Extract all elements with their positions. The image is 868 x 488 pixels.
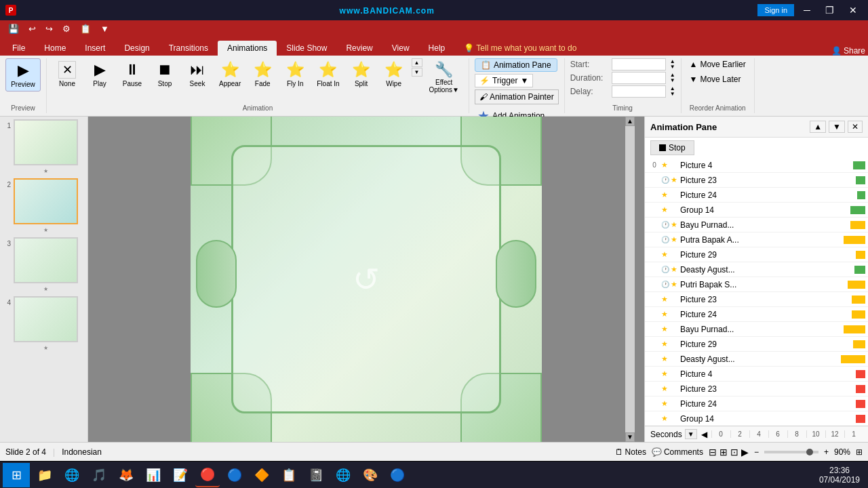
fade-button[interactable]: ⭐ Fade: [248, 58, 277, 90]
animation-list-item[interactable]: ★Picture 23: [645, 382, 868, 396]
tab-view[interactable]: View: [382, 41, 419, 56]
duration-input[interactable]: [612, 72, 666, 84]
floatin-button[interactable]: ⭐ Float In: [313, 58, 343, 90]
animation-list-item[interactable]: ★Deasty Agust...: [645, 352, 868, 367]
taskbar-edge[interactable]: 🌐: [331, 463, 355, 487]
move-earlier-button[interactable]: ▲ Move Earlier: [687, 58, 749, 70]
move-later-button[interactable]: ▼ Move Later: [687, 73, 744, 85]
comments-button[interactable]: 💬 Comments: [652, 447, 703, 457]
tab-animations[interactable]: Animations: [218, 41, 277, 56]
pane-close-btn[interactable]: ✕: [848, 121, 863, 133]
notes-button[interactable]: 🗒 Notes: [615, 447, 646, 457]
start-down-arrow[interactable]: ▼: [670, 64, 675, 70]
qa-customise[interactable]: ⚙: [60, 22, 73, 35]
animation-list-item[interactable]: 🕐★Putra Bapak A...: [645, 232, 868, 247]
split-button[interactable]: ⭐ Split: [347, 58, 376, 90]
anim-scroll-up[interactable]: ▲: [412, 58, 422, 67]
qa-save[interactable]: 💾: [5, 22, 22, 35]
tab-slideshow[interactable]: Slide Show: [277, 41, 336, 56]
taskbar-media[interactable]: 🎵: [87, 463, 111, 487]
flyin-button[interactable]: ⭐ Fly In: [280, 58, 310, 90]
anim-pane-stop-button[interactable]: Stop: [650, 140, 694, 155]
zoom-plus[interactable]: +: [824, 447, 829, 457]
effect-options-button[interactable]: 🔧 Effect Options▼: [425, 58, 463, 96]
signin-button[interactable]: Sign in: [757, 4, 794, 16]
animation-list-item[interactable]: ★Picture 24: [645, 307, 868, 322]
animation-list-item[interactable]: ★Picture 24: [645, 188, 868, 203]
pane-up-btn[interactable]: ▲: [810, 121, 826, 133]
pane-down-btn[interactable]: ▼: [829, 121, 845, 133]
tab-file[interactable]: File: [3, 41, 35, 56]
start-input[interactable]: [612, 58, 666, 70]
delay-down-arrow[interactable]: ▼: [670, 92, 675, 97]
none-button[interactable]: ✕ None: [52, 58, 82, 90]
seconds-dropdown[interactable]: ▼: [685, 429, 697, 439]
tab-transitions[interactable]: Transitions: [159, 41, 218, 56]
scroll-down-btn[interactable]: ▼: [625, 432, 635, 442]
delay-input[interactable]: [612, 85, 666, 98]
view-reading[interactable]: ⊡: [730, 447, 738, 458]
zoom-fit-button[interactable]: ⊞: [856, 447, 863, 457]
qa-dropdown[interactable]: ▼: [98, 22, 112, 35]
animation-list-item[interactable]: 🕐★Bayu Purnad...: [645, 218, 868, 232]
stop-ribbon-button[interactable]: ⏹ Stop: [150, 58, 180, 90]
animation-list-item[interactable]: 🕐★Putri Bapak S...: [645, 277, 868, 292]
slide-thumb-3[interactable]: 3 ★: [3, 237, 85, 292]
taskbar-word[interactable]: 📝: [168, 463, 193, 487]
zoom-minus[interactable]: −: [754, 447, 759, 457]
taskbar-excel[interactable]: 📊: [141, 463, 165, 487]
zoom-slider[interactable]: [764, 451, 818, 453]
taskbar-firefox[interactable]: 🦊: [114, 463, 138, 487]
tab-design[interactable]: Design: [115, 41, 159, 56]
animation-list-item[interactable]: ★Picture 23: [645, 292, 868, 307]
animation-list-item[interactable]: ★Group 14: [645, 203, 868, 218]
taskbar-powerpoint[interactable]: 🔴: [195, 463, 220, 487]
vertical-scrollbar[interactable]: ▲ ▼: [625, 117, 635, 442]
slide-canvas[interactable]: ↺: [191, 117, 542, 442]
trigger-button[interactable]: ⚡ Trigger ▼: [475, 74, 533, 87]
timeline-left-arrow[interactable]: ◀: [701, 430, 707, 439]
close-button[interactable]: ✕: [844, 3, 863, 17]
pause-button[interactable]: ⏸ Pause: [117, 58, 147, 90]
animation-painter-button[interactable]: 🖌 Animation Painter: [475, 89, 559, 104]
animation-list-item[interactable]: ★Bayu Purnad...: [645, 322, 868, 337]
animation-list-item[interactable]: ★Group 14: [645, 411, 868, 426]
slide-thumb-1[interactable]: 1 ★: [3, 119, 85, 174]
taskbar-extra[interactable]: 🔵: [385, 463, 410, 487]
taskbar-illustrator[interactable]: 🔶: [250, 463, 274, 487]
seek-button[interactable]: ⏭ Seek: [182, 58, 212, 90]
animation-list-item[interactable]: 🕐★Deasty Agust...: [645, 262, 868, 277]
tab-help[interactable]: Help: [419, 41, 455, 56]
animation-list-item[interactable]: ★Picture 4: [645, 367, 868, 382]
qa-redo[interactable]: ↪: [43, 22, 56, 35]
restore-button[interactable]: ❐: [820, 3, 840, 17]
animation-list-item[interactable]: ★Picture 24: [645, 396, 868, 411]
wipe-button[interactable]: ⭐ Wipe: [379, 58, 409, 90]
animation-list-item[interactable]: 🕐★Picture 23: [645, 173, 868, 188]
play-button[interactable]: ▶ Play: [85, 58, 115, 90]
animation-list-item[interactable]: ★Picture 29: [645, 247, 868, 262]
minimize-button[interactable]: ─: [798, 3, 816, 17]
taskbar-notepad[interactable]: 📋: [277, 463, 301, 487]
start-button[interactable]: ⊞: [3, 463, 30, 487]
animation-list-item[interactable]: 0★Picture 4: [645, 158, 868, 173]
duration-down-arrow[interactable]: ▼: [670, 78, 675, 83]
tab-insert[interactable]: Insert: [75, 41, 115, 56]
tab-tell-me[interactable]: 💡 Tell me what you want to do: [454, 41, 586, 56]
taskbar-onenote[interactable]: 📓: [304, 463, 328, 487]
animation-pane-button[interactable]: 📋 Animation Pane: [475, 58, 557, 72]
taskbar-photoshop[interactable]: 🔵: [222, 463, 247, 487]
taskbar-browser[interactable]: 🌐: [60, 463, 84, 487]
slide-thumb-2[interactable]: 2 ★: [3, 178, 85, 233]
qa-presentation[interactable]: 📋: [77, 22, 94, 35]
preview-button[interactable]: ▶ Preview: [5, 58, 41, 92]
animation-list-item[interactable]: ★Picture 29: [645, 337, 868, 352]
qa-undo[interactable]: ↩: [26, 22, 39, 35]
view-slideshow[interactable]: ▶: [741, 447, 749, 458]
anim-scroll-down[interactable]: ▼: [412, 68, 422, 77]
slide-thumb-4[interactable]: 4 ★: [3, 296, 85, 351]
tab-review[interactable]: Review: [336, 41, 382, 56]
view-normal[interactable]: ⊟: [709, 447, 717, 458]
taskbar-ai[interactable]: 🎨: [358, 463, 382, 487]
share-button[interactable]: 👤 Share: [831, 46, 865, 56]
